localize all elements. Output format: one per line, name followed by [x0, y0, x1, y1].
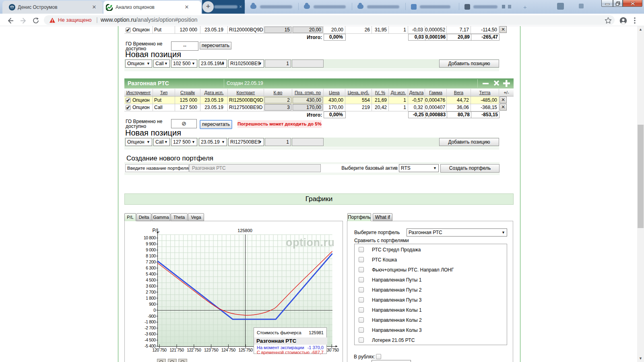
svg-text:-3 600: -3 600	[144, 331, 156, 336]
svg-text:P/L: P/L	[153, 228, 160, 233]
svg-text:option.ru: option.ru	[286, 237, 334, 249]
svg-text:9 900: 9 900	[146, 241, 156, 246]
svg-text:900: 900	[149, 302, 156, 306]
svg-text:10 800: 10 800	[144, 235, 156, 240]
svg-text:-1 800: -1 800	[144, 319, 156, 324]
svg-text:3 600: 3 600	[146, 284, 156, 288]
svg-text:6 300: 6 300	[146, 265, 156, 270]
svg-text:-900: -900	[148, 314, 156, 319]
svg-text:5 400: 5 400	[146, 272, 156, 276]
svg-text:-4 500: -4 500	[144, 337, 156, 342]
svg-text:9 000: 9 000	[146, 247, 156, 252]
svg-text:-2 700: -2 700	[144, 325, 156, 330]
svg-text:8 100: 8 100	[146, 253, 156, 258]
svg-text:125800: 125800	[237, 228, 252, 233]
svg-text:4 500: 4 500	[146, 278, 156, 282]
svg-text:0: 0	[153, 308, 156, 313]
svg-text:1 800: 1 800	[146, 296, 156, 300]
svg-text:7 200: 7 200	[146, 259, 156, 264]
svg-text:2 700: 2 700	[146, 290, 156, 294]
